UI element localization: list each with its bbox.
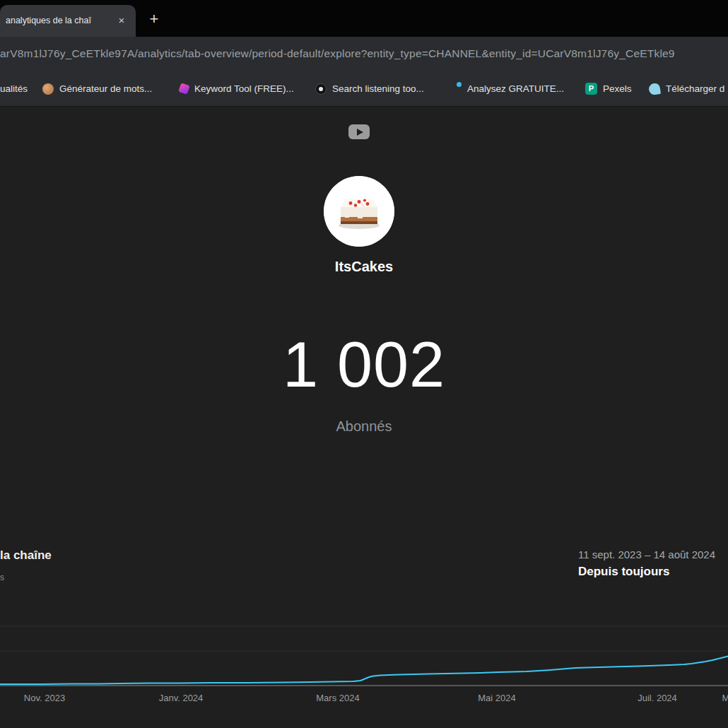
tab-title: analytiques de la chaî bbox=[6, 5, 112, 37]
bird-icon bbox=[648, 82, 661, 95]
subscribers-line bbox=[0, 657, 728, 685]
period-selector[interactable]: Depuis toujours bbox=[578, 565, 669, 579]
channel-name: ItsCakes bbox=[0, 259, 728, 275]
bookmark-label: Télécharger d bbox=[666, 83, 724, 94]
bookmark-item[interactable]: Télécharger d bbox=[649, 71, 724, 107]
x-tick-label: M bbox=[722, 693, 728, 703]
x-tick-label: Janv. 2024 bbox=[159, 693, 204, 703]
subscribers-chart[interactable] bbox=[0, 594, 728, 686]
face-icon bbox=[42, 83, 54, 95]
channel-avatar bbox=[324, 176, 394, 247]
date-range-text: 11 sept. 2023 – 14 août 2024 bbox=[578, 548, 715, 560]
address-bar: arV8m1lJ76y_CeETkle97A/analytics/tab-ove… bbox=[0, 37, 728, 71]
x-tick-label: Juil. 2024 bbox=[638, 693, 677, 703]
bookmark-item[interactable]: Analysez GRATUITE... bbox=[457, 71, 564, 107]
youtube-logo-icon bbox=[348, 124, 370, 139]
tab-strip: analytiques de la chaî × + bbox=[0, 0, 728, 37]
bookmarks-bar: ualités Générateur de mots... Keyword To… bbox=[0, 71, 728, 107]
bookmark-item[interactable]: Keyword Tool (FREE)... bbox=[180, 71, 294, 107]
new-tab-button[interactable]: + bbox=[143, 9, 165, 30]
x-tick-label: Mars 2024 bbox=[316, 693, 359, 703]
pexels-icon: P bbox=[585, 83, 597, 95]
bookmark-label: Générateur de mots... bbox=[59, 83, 152, 94]
bookmark-label: Pexels bbox=[603, 83, 632, 94]
tab-close-icon[interactable]: × bbox=[115, 13, 129, 28]
x-tick-label: Nov. 2023 bbox=[24, 693, 65, 703]
youtube-play-icon bbox=[357, 129, 363, 136]
chart-section-subtitle: s bbox=[0, 573, 4, 582]
chart-section-title: la chaîne bbox=[0, 548, 52, 563]
bookmark-item[interactable]: Search listening too... bbox=[315, 71, 424, 107]
bookmark-item[interactable]: P Pexels bbox=[585, 71, 632, 107]
bookmark-item[interactable]: Générateur de mots... bbox=[42, 71, 152, 107]
x-tick-label: Mai 2024 bbox=[478, 693, 515, 703]
dark-circle-icon bbox=[315, 83, 327, 95]
browser-tab[interactable]: analytiques de la chaî × bbox=[0, 5, 136, 37]
bookmark-label: ualités bbox=[0, 83, 28, 94]
blue-dot-icon bbox=[457, 82, 462, 87]
bookmark-item[interactable]: ualités bbox=[0, 71, 28, 107]
bookmark-label: Analysez GRATUITE... bbox=[467, 83, 564, 94]
cake-image bbox=[324, 176, 394, 247]
url-text[interactable]: arV8m1lJ76y_CeETkle97A/analytics/tab-ove… bbox=[0, 37, 728, 71]
subscriber-count: 1 002 bbox=[0, 329, 728, 401]
keyword-pen-icon bbox=[178, 83, 190, 95]
bookmark-label: Search listening too... bbox=[332, 83, 424, 94]
subscriber-label: Abonnés bbox=[0, 418, 728, 435]
bookmark-label: Keyword Tool (FREE)... bbox=[194, 83, 294, 94]
browser-window: analytiques de la chaî × + arV8m1lJ76y_C… bbox=[0, 0, 728, 728]
